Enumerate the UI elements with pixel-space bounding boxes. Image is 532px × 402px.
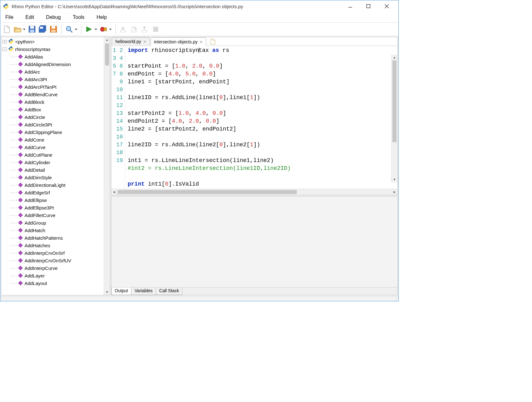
- scrollbar-thumb[interactable]: [105, 43, 109, 65]
- tree-item-addclippingplane[interactable]: ⋯⋯AddClippingPlane: [3, 128, 110, 136]
- tree-item-addcutplane[interactable]: ⋯⋯AddCutPlane: [3, 151, 110, 159]
- tree-item-addinterpcrvonsrf[interactable]: ⋯⋯AddInterpCrvOnSrf: [3, 249, 110, 257]
- tree-item-addellipse3pt[interactable]: ⋯⋯AddEllipse3Pt: [3, 204, 110, 211]
- tree-item-addblock[interactable]: ⋯⋯AddBlock: [3, 98, 110, 106]
- tree-item-addfilletcurve[interactable]: ⋯⋯AddFilletCurve: [3, 211, 110, 219]
- scroll-down-arrow[interactable]: ▼: [391, 177, 397, 182]
- tree-item-addlayout[interactable]: ⋯⋯AddLayout: [3, 279, 110, 287]
- tree-item-addlayer[interactable]: ⋯⋯AddLayer: [3, 272, 110, 279]
- menu-tools[interactable]: Tools: [72, 14, 86, 21]
- tree-item-addellipse[interactable]: ⋯⋯AddEllipse: [3, 196, 110, 204]
- tree-node-python[interactable]: + <python>: [3, 38, 110, 45]
- tree-item-addedgesrf[interactable]: ⋯⋯AddEdgeSrf: [3, 189, 110, 196]
- scroll-left-arrow[interactable]: ◄: [111, 189, 117, 195]
- menu-debug[interactable]: Debug: [45, 14, 62, 21]
- tree-item-label: AddBlock: [25, 99, 44, 105]
- tree-item-addcylinder[interactable]: ⋯⋯AddCylinder: [3, 159, 110, 166]
- svg-rect-13: [52, 26, 55, 29]
- tree-item-adddirectionallight[interactable]: ⋯⋯AddDirectionalLight: [3, 181, 110, 189]
- code-editor[interactable]: import rhinoscriptsyntax as rs startPoin…: [125, 46, 397, 189]
- open-file-button[interactable]: [13, 25, 26, 34]
- tree-item-label: AddInterpCrvOnSrfUV: [25, 258, 71, 263]
- tree-item-addinterpcrvonsrfuv[interactable]: ⋯⋯AddInterpCrvOnSrfUV: [3, 257, 110, 264]
- tree-item-addhatch[interactable]: ⋯⋯AddHatch: [3, 226, 110, 234]
- close-icon[interactable]: ✕: [143, 39, 147, 44]
- window-title: Rhino Python Editor - C:\Users\scottd\Ap…: [12, 4, 346, 9]
- code-editor-panel: helloworld.py✕ intersection objects.py✕ …: [111, 37, 398, 195]
- new-file-button[interactable]: [2, 25, 12, 34]
- tree-connector-icon: ⋯⋯: [9, 70, 17, 74]
- toolbar: [0, 22, 398, 36]
- tree-item-adddetail[interactable]: ⋯⋯AddDetail: [3, 166, 110, 174]
- tree-item-label: AddInterpCrvOnSrf: [25, 250, 65, 256]
- svg-rect-3: [367, 4, 370, 8]
- close-icon[interactable]: ✕: [199, 40, 203, 44]
- save-button[interactable]: [27, 25, 37, 34]
- breakpoint-button[interactable]: [99, 25, 112, 34]
- step-out-button[interactable]: [140, 25, 150, 34]
- scroll-up-arrow[interactable]: ▲: [391, 55, 397, 60]
- tree-item-label: AddCircle: [25, 114, 45, 120]
- resize-grip-icon[interactable]: ⋰: [395, 297, 398, 300]
- line-number-gutter: 1 2 3 4 5 6 7 8 9 10 11 12 13 14 15 16 1…: [111, 46, 125, 189]
- search-button[interactable]: [65, 25, 78, 34]
- menu-edit[interactable]: Edit: [24, 14, 36, 21]
- tree-item-label: AddBlendCurve: [25, 92, 58, 97]
- tab-intersection-objects[interactable]: intersection objects.py✕: [151, 37, 207, 46]
- python-icon: [8, 38, 14, 45]
- save-all-button[interactable]: [38, 25, 47, 34]
- tree-item-addgroup[interactable]: ⋯⋯AddGroup: [3, 219, 110, 226]
- tree-connector-icon: ⋯⋯: [9, 243, 17, 248]
- tree-connector-icon: ⋯⋯: [9, 266, 17, 271]
- tab-callstack[interactable]: Call Stack: [156, 288, 182, 295]
- tree-item-label: AddHatch: [25, 228, 45, 233]
- tree-item-adddimstyle[interactable]: ⋯⋯AddDimStyle: [3, 174, 110, 181]
- step-into-button[interactable]: [119, 25, 128, 34]
- close-button[interactable]: [382, 2, 391, 11]
- scroll-right-arrow[interactable]: ►: [392, 189, 397, 195]
- tab-helloworld[interactable]: helloworld.py✕: [112, 37, 150, 46]
- tree-item-addcircle3pt[interactable]: ⋯⋯AddCircle3Pt: [3, 121, 110, 128]
- editor-vertical-scrollbar[interactable]: ▲ ▼: [391, 55, 397, 182]
- tree-item-addcone[interactable]: ⋯⋯AddCone: [3, 136, 110, 143]
- expand-icon[interactable]: +: [3, 40, 7, 43]
- sidebar-scrollbar[interactable]: ▲ ▼: [104, 37, 110, 295]
- tree-item-addarc3pt[interactable]: ⋯⋯AddArc3Pt: [3, 75, 110, 83]
- run-button[interactable]: [85, 25, 98, 34]
- scroll-up-arrow[interactable]: ▲: [104, 37, 110, 43]
- tab-output[interactable]: Output: [111, 288, 131, 295]
- tree-item-addhatches[interactable]: ⋯⋯AddHatches: [3, 242, 110, 249]
- maximize-button[interactable]: [364, 2, 373, 11]
- tab-variables[interactable]: Variables: [131, 288, 156, 295]
- scrollbar-thumb[interactable]: [392, 60, 396, 142]
- tree-item-label: AddHatchPatterns: [25, 235, 63, 241]
- new-tab-button[interactable]: [207, 37, 219, 46]
- tree-item-addblendcurve[interactable]: ⋯⋯AddBlendCurve: [3, 91, 110, 98]
- save-as-button[interactable]: [49, 25, 58, 34]
- tree-connector-icon: ⋯⋯: [9, 281, 17, 286]
- collapse-icon[interactable]: −: [3, 47, 7, 51]
- tree-item-addhatchpatterns[interactable]: ⋯⋯AddHatchPatterns: [3, 234, 110, 242]
- scroll-down-arrow[interactable]: ▼: [104, 289, 110, 295]
- tree-item-addcircle[interactable]: ⋯⋯AddCircle: [3, 113, 110, 121]
- tree-node-rhinoscriptsyntax[interactable]: − rhinoscriptsyntax: [3, 45, 110, 53]
- menu-file[interactable]: File: [4, 14, 15, 21]
- editor-horizontal-scrollbar[interactable]: ◄ ►: [111, 189, 397, 195]
- tree-item-addalias[interactable]: ⋯⋯AddAlias: [3, 53, 110, 60]
- tree-item-label: AddHatches: [25, 243, 50, 248]
- stop-button[interactable]: [151, 25, 160, 34]
- tree-item-addcurve[interactable]: ⋯⋯AddCurve: [3, 143, 110, 151]
- tree-item-addarc[interactable]: ⋯⋯AddArc: [3, 68, 110, 75]
- step-over-button[interactable]: [130, 25, 139, 34]
- method-icon: [18, 62, 23, 66]
- tree-item-addbox[interactable]: ⋯⋯AddBox: [3, 106, 110, 113]
- tree-item-addarcpttanpt[interactable]: ⋯⋯AddArcPtTanPt: [3, 83, 110, 91]
- scrollbar-thumb[interactable]: [118, 190, 297, 194]
- tree-item-addinterpcurve[interactable]: ⋯⋯AddInterpCurve: [3, 264, 110, 272]
- tree-item-label: AddDetail: [25, 167, 45, 173]
- method-icon: [18, 168, 23, 172]
- output-body[interactable]: [111, 196, 397, 287]
- minimize-button[interactable]: [346, 2, 355, 11]
- tree-item-addaligneddimension[interactable]: ⋯⋯AddAlignedDimension: [3, 60, 110, 68]
- menu-help[interactable]: Help: [95, 14, 108, 21]
